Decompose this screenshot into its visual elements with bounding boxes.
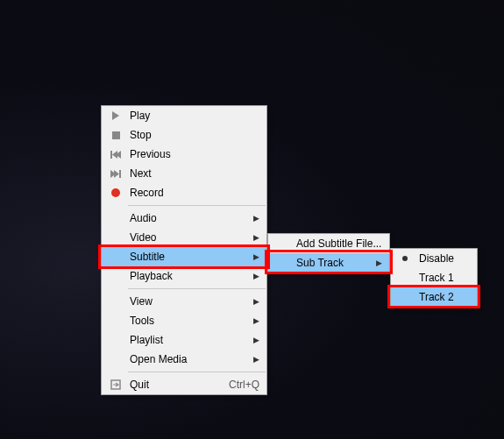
- svg-marker-0: [112, 111, 119, 120]
- menu-item-play[interactable]: Play: [102, 106, 266, 125]
- svg-marker-6: [114, 170, 119, 178]
- submenu-subtitle: Add Subtitle File... Sub Track ▶: [267, 233, 390, 273]
- label: Subtitle: [126, 251, 251, 263]
- label: Record: [126, 187, 259, 199]
- menu-item-previous[interactable]: Previous: [102, 145, 266, 164]
- menu-item-sub-track[interactable]: Sub Track ▶: [268, 253, 389, 273]
- menu-item-disable[interactable]: Disable: [391, 249, 477, 268]
- label: Stop: [126, 129, 259, 141]
- stop-icon: [105, 131, 126, 139]
- label: Open Media: [126, 353, 251, 365]
- label: View: [126, 295, 251, 308]
- label: Quit: [126, 379, 220, 391]
- label: Tools: [126, 315, 251, 327]
- submenu-arrow-icon: ▶: [251, 272, 259, 280]
- separator: [128, 205, 266, 206]
- menu-item-view[interactable]: View ▶: [102, 292, 266, 311]
- previous-icon: [105, 151, 126, 159]
- label: Video: [126, 231, 251, 244]
- menu-item-tools[interactable]: Tools ▶: [102, 311, 266, 330]
- separator: [128, 288, 266, 289]
- label: Playback: [126, 270, 251, 282]
- menu-item-video[interactable]: Video ▶: [102, 228, 266, 247]
- menu-item-playback[interactable]: Playback ▶: [102, 266, 266, 286]
- next-icon: [105, 170, 126, 178]
- label: Next: [126, 167, 259, 180]
- label: Sub Track: [293, 257, 373, 269]
- submenu-arrow-icon: ▶: [251, 316, 259, 325]
- submenu-arrow-icon: ▶: [251, 233, 259, 242]
- menu-item-add-subtitle-file[interactable]: Add Subtitle File...: [268, 234, 389, 253]
- menu-item-track2[interactable]: Track 2: [391, 287, 477, 307]
- submenu-arrow-icon: ▶: [251, 214, 259, 223]
- submenu-arrow-icon: ▶: [251, 297, 259, 306]
- submenu-arrow-icon: ▶: [251, 336, 259, 344]
- menu-item-track1[interactable]: Track 1: [391, 268, 477, 287]
- menu-item-open-media[interactable]: Open Media ▶: [102, 350, 266, 369]
- context-menu-main: Play Stop Previous Next Record Audio ▶ V…: [101, 105, 267, 395]
- label: Audio: [126, 212, 251, 224]
- separator: [128, 372, 266, 372]
- label: Previous: [126, 148, 259, 160]
- label: Playlist: [126, 334, 251, 346]
- radio-selected-icon: [394, 255, 415, 262]
- svg-point-8: [111, 188, 120, 197]
- label: Play: [126, 110, 259, 122]
- menu-item-stop[interactable]: Stop: [102, 125, 266, 145]
- submenu-sub-track: Disable Track 1 Track 2: [390, 248, 478, 308]
- svg-point-10: [402, 256, 408, 261]
- record-icon: [105, 188, 126, 197]
- menu-item-audio[interactable]: Audio ▶: [102, 209, 266, 228]
- submenu-arrow-icon: ▶: [373, 258, 382, 267]
- label: Disable: [415, 252, 470, 265]
- submenu-arrow-icon: ▶: [251, 252, 259, 261]
- menu-item-record[interactable]: Record: [102, 183, 266, 202]
- label: Track 1: [415, 272, 470, 284]
- menu-item-playlist[interactable]: Playlist ▶: [102, 330, 266, 350]
- shortcut: Ctrl+Q: [220, 379, 259, 391]
- svg-rect-1: [112, 131, 120, 139]
- svg-rect-7: [119, 170, 121, 178]
- label: Add Subtitle File...: [293, 237, 382, 250]
- menu-item-next[interactable]: Next: [102, 164, 266, 183]
- svg-rect-2: [110, 151, 112, 159]
- menu-item-subtitle[interactable]: Subtitle ▶: [102, 247, 266, 266]
- quit-icon: [105, 379, 126, 390]
- play-icon: [105, 111, 126, 120]
- label: Track 2: [415, 291, 470, 303]
- submenu-arrow-icon: ▶: [251, 355, 259, 364]
- menu-item-quit[interactable]: Quit Ctrl+Q: [102, 375, 266, 394]
